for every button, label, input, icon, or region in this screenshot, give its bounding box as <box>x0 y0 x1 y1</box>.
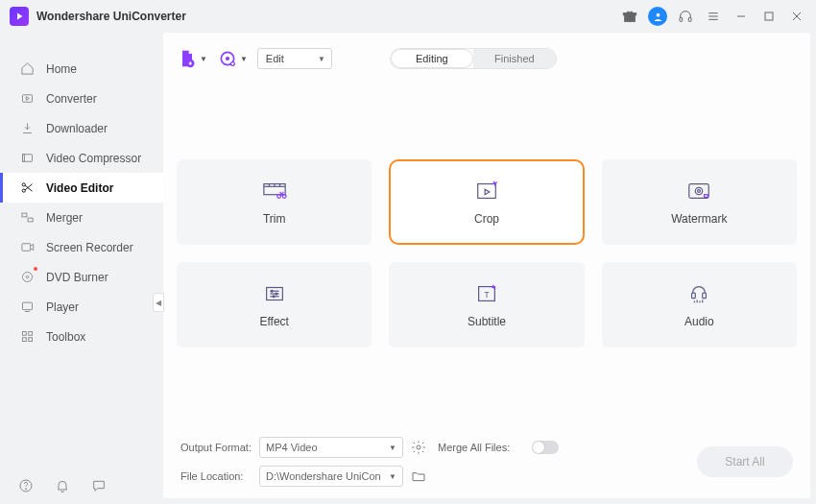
trim-icon <box>261 180 288 203</box>
converter-icon <box>19 90 36 107</box>
hamburger-menu-icon[interactable] <box>704 7 723 26</box>
card-subtitle[interactable]: T Subtitle <box>389 262 584 348</box>
watermark-icon <box>685 180 712 203</box>
svg-rect-13 <box>23 95 33 103</box>
svg-point-51 <box>271 290 273 292</box>
sidebar-item-merger[interactable]: Merger <box>0 203 163 232</box>
start-all-button[interactable]: Start All <box>697 446 793 477</box>
sidebar-item-screen-recorder[interactable]: Screen Recorder <box>0 232 163 262</box>
file-location-label: File Location: <box>180 470 253 482</box>
sidebar-collapse-handle[interactable]: ◀ <box>153 293 164 312</box>
card-label: Crop <box>474 212 499 226</box>
add-target-button[interactable]: ▼ <box>217 48 248 69</box>
sidebar: Home Converter Downloader Video Compress… <box>0 31 163 504</box>
user-avatar-icon[interactable] <box>648 7 667 26</box>
card-audio[interactable]: Audio <box>602 262 797 348</box>
settings-gear-icon[interactable] <box>409 438 428 457</box>
sidebar-item-label: Toolbox <box>46 330 85 344</box>
card-label: Effect <box>259 315 288 328</box>
svg-point-41 <box>282 194 286 198</box>
add-file-button[interactable]: ▼ <box>177 48 207 69</box>
sidebar-item-home[interactable]: Home <box>0 54 163 84</box>
sidebar-item-label: DVD Burner <box>46 271 108 284</box>
sidebar-item-label: Screen Recorder <box>46 241 133 254</box>
gift-icon[interactable] <box>620 7 639 26</box>
svg-point-3 <box>656 12 660 16</box>
card-watermark[interactable]: Watermark <box>602 159 797 245</box>
footer: Output Format: MP4 Video ▼ Merge All Fil… <box>163 429 810 498</box>
chevron-down-icon: ▼ <box>318 55 325 63</box>
window-minimize-button[interactable] <box>732 7 751 26</box>
svg-rect-43 <box>689 183 708 198</box>
sidebar-item-label: Player <box>46 300 79 314</box>
card-label: Trim <box>263 212 286 226</box>
svg-point-53 <box>273 295 275 297</box>
chevron-down-icon: ▼ <box>200 55 207 63</box>
tab-editing[interactable]: Editing <box>391 49 473 68</box>
svg-rect-46 <box>705 194 708 197</box>
card-effect[interactable]: Effect <box>177 262 372 348</box>
subtitle-icon: T <box>473 282 500 305</box>
titlebar: Wondershare UniConverter <box>0 0 816 31</box>
chevron-down-icon: ▼ <box>240 55 248 63</box>
sidebar-item-label: Home <box>46 62 77 76</box>
svg-rect-20 <box>22 244 31 252</box>
sidebar-item-toolbox[interactable]: Toolbox <box>0 322 163 351</box>
svg-rect-18 <box>22 213 27 217</box>
sidebar-item-player[interactable]: Player <box>0 292 163 322</box>
sidebar-item-video-editor[interactable]: Video Editor <box>0 173 163 203</box>
svg-rect-23 <box>23 302 33 310</box>
open-folder-icon[interactable] <box>409 467 428 486</box>
record-icon <box>19 239 36 255</box>
card-trim[interactable]: Trim <box>177 159 372 245</box>
tab-finished[interactable]: Finished <box>473 49 556 68</box>
merge-icon <box>19 209 36 226</box>
filter-select-value: Edit <box>266 53 284 64</box>
svg-rect-10 <box>765 12 773 20</box>
window-maximize-button[interactable] <box>759 7 779 26</box>
sidebar-item-label: Merger <box>46 211 83 225</box>
svg-text:T: T <box>484 289 489 299</box>
headset-icon[interactable] <box>676 7 695 26</box>
sidebar-item-video-compressor[interactable]: Video Compressor <box>0 143 163 173</box>
svg-point-33 <box>227 58 229 60</box>
svg-rect-56 <box>692 293 696 299</box>
bell-icon[interactable] <box>54 477 71 494</box>
app-logo-icon <box>10 7 29 26</box>
svg-rect-25 <box>23 332 27 336</box>
toolbar: ▼ ▼ Edit ▼ Editing Finished <box>163 33 810 73</box>
chevron-down-icon: ▼ <box>389 444 396 452</box>
file-location-value: D:\Wondershare UniConverter 1 <box>266 470 381 482</box>
svg-rect-57 <box>703 293 707 299</box>
feedback-icon[interactable] <box>90 477 108 494</box>
player-icon <box>19 299 36 315</box>
help-icon[interactable] <box>17 477 35 494</box>
tool-grid: Trim Crop Watermark Effect T Subtitle <box>163 73 810 429</box>
compressor-icon <box>19 150 36 166</box>
sidebar-item-dvd-burner[interactable]: DVD Burner <box>0 262 163 292</box>
home-icon <box>19 60 36 77</box>
filter-select[interactable]: Edit ▼ <box>257 48 332 69</box>
output-format-label: Output Format: <box>180 442 253 453</box>
effect-icon <box>261 282 288 305</box>
app-title: Wondershare UniConverter <box>36 10 186 23</box>
output-format-select[interactable]: MP4 Video ▼ <box>259 437 403 458</box>
svg-rect-42 <box>478 183 496 198</box>
sidebar-item-converter[interactable]: Converter <box>0 84 163 113</box>
svg-point-22 <box>26 276 29 278</box>
window-close-button[interactable] <box>787 7 806 26</box>
merge-all-label: Merge All Files: <box>438 442 526 453</box>
svg-rect-5 <box>688 17 691 21</box>
sidebar-item-label: Downloader <box>46 122 108 135</box>
svg-point-21 <box>23 273 33 282</box>
card-label: Watermark <box>671 212 727 226</box>
sidebar-item-downloader[interactable]: Downloader <box>0 113 163 143</box>
card-crop[interactable]: Crop <box>389 159 584 245</box>
merge-all-toggle[interactable] <box>532 441 559 454</box>
card-label: Subtitle <box>468 315 506 328</box>
crop-icon <box>473 180 500 203</box>
file-location-select[interactable]: D:\Wondershare UniConverter 1 ▼ <box>259 466 403 487</box>
output-format-value: MP4 Video <box>266 442 318 453</box>
svg-rect-2 <box>629 13 630 22</box>
svg-point-30 <box>25 489 26 490</box>
